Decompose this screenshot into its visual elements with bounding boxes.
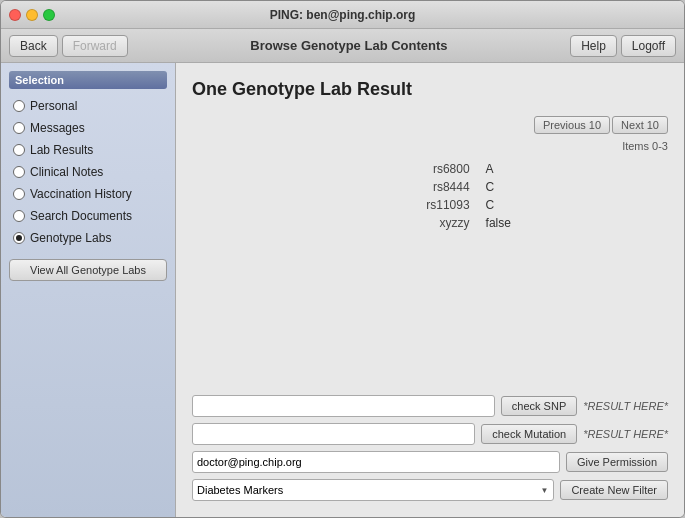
radio-lab-results[interactable] — [13, 144, 25, 156]
radio-clinical-notes[interactable] — [13, 166, 25, 178]
sidebar-item-messages[interactable]: Messages — [9, 119, 167, 137]
table-row: rs8444C — [192, 178, 668, 196]
filter-select[interactable]: Diabetes MarkersCardiovascularCancer Ris… — [192, 479, 554, 501]
check-mutation-button[interactable]: check Mutation — [481, 424, 577, 444]
give-permission-button[interactable]: Give Permission — [566, 452, 668, 472]
sidebar-label-personal: Personal — [30, 99, 77, 113]
sidebar-label-clinical-notes: Clinical Notes — [30, 165, 103, 179]
next-btn[interactable]: Next 10 — [612, 116, 668, 134]
create-filter-button[interactable]: Create New Filter — [560, 480, 668, 500]
toolbar: Back Forward Browse Genotype Lab Content… — [1, 29, 684, 63]
table-row: xyzzyfalse — [192, 214, 668, 232]
check-snp-button[interactable]: check SNP — [501, 396, 577, 416]
close-button[interactable] — [9, 9, 21, 21]
content-area: Selection Personal Messages Lab Results … — [1, 63, 684, 517]
sidebar-label-genotype-labs: Genotype Labs — [30, 231, 111, 245]
sidebar-label-vaccination-history: Vaccination History — [30, 187, 132, 201]
sidebar-item-lab-results[interactable]: Lab Results — [9, 141, 167, 159]
traffic-lights — [9, 9, 55, 21]
results-nav: Previous 10 Next 10 — [192, 116, 668, 134]
radio-vaccination-history[interactable] — [13, 188, 25, 200]
sidebar-section-title: Selection — [9, 71, 167, 89]
snp-id: rs11093 — [192, 196, 478, 214]
snp-result: *RESULT HERE* — [583, 400, 668, 412]
titlebar: PING: ben@ping.chip.org — [1, 1, 684, 29]
snp-value: C — [478, 178, 668, 196]
window-title: PING: ben@ping.chip.org — [270, 8, 416, 22]
sidebar-item-search-documents[interactable]: Search Documents — [9, 207, 167, 225]
check-mutation-row: check Mutation *RESULT HERE* — [192, 423, 668, 445]
snp-value: C — [478, 196, 668, 214]
items-count: Items 0-3 — [192, 140, 668, 152]
snp-value: false — [478, 214, 668, 232]
form-area: check SNP *RESULT HERE* check Mutation *… — [192, 395, 668, 501]
radio-genotype-labs[interactable] — [13, 232, 25, 244]
logoff-button[interactable]: Logoff — [621, 35, 676, 57]
sidebar-label-lab-results: Lab Results — [30, 143, 93, 157]
mutation-result: *RESULT HERE* — [583, 428, 668, 440]
filter-select-wrapper: Diabetes MarkersCardiovascularCancer Ris… — [192, 479, 554, 501]
help-button[interactable]: Help — [570, 35, 617, 57]
results-table: rs6800Ars8444Crs11093Cxyzzyfalse — [192, 160, 668, 232]
sidebar-item-personal[interactable]: Personal — [9, 97, 167, 115]
radio-personal[interactable] — [13, 100, 25, 112]
mutation-input[interactable] — [192, 423, 475, 445]
toolbar-right: Help Logoff — [570, 35, 676, 57]
filter-row: Diabetes MarkersCardiovascularCancer Ris… — [192, 479, 668, 501]
table-row: rs11093C — [192, 196, 668, 214]
maximize-button[interactable] — [43, 9, 55, 21]
previous-btn[interactable]: Previous 10 — [534, 116, 610, 134]
snp-id: rs6800 — [192, 160, 478, 178]
toolbar-title: Browse Genotype Lab Contents — [132, 38, 566, 53]
sidebar-item-clinical-notes[interactable]: Clinical Notes — [9, 163, 167, 181]
check-snp-row: check SNP *RESULT HERE* — [192, 395, 668, 417]
sidebar-item-vaccination-history[interactable]: Vaccination History — [9, 185, 167, 203]
radio-messages[interactable] — [13, 122, 25, 134]
table-row: rs6800A — [192, 160, 668, 178]
minimize-button[interactable] — [26, 9, 38, 21]
main-panel: One Genotype Lab Result Previous 10 Next… — [176, 63, 684, 517]
email-input[interactable] — [192, 451, 560, 473]
snp-input[interactable] — [192, 395, 495, 417]
sidebar-label-search-documents: Search Documents — [30, 209, 132, 223]
sidebar-label-messages: Messages — [30, 121, 85, 135]
sidebar-item-genotype-labs[interactable]: Genotype Labs — [9, 229, 167, 247]
view-all-genotype-labs-button[interactable]: View All Genotype Labs — [9, 259, 167, 281]
forward-button[interactable]: Forward — [62, 35, 128, 57]
radio-search-documents[interactable] — [13, 210, 25, 222]
snp-id: rs8444 — [192, 178, 478, 196]
snp-id: xyzzy — [192, 214, 478, 232]
page-title: One Genotype Lab Result — [192, 79, 668, 100]
snp-value: A — [478, 160, 668, 178]
permission-row: Give Permission — [192, 451, 668, 473]
back-button[interactable]: Back — [9, 35, 58, 57]
sidebar: Selection Personal Messages Lab Results … — [1, 63, 176, 517]
